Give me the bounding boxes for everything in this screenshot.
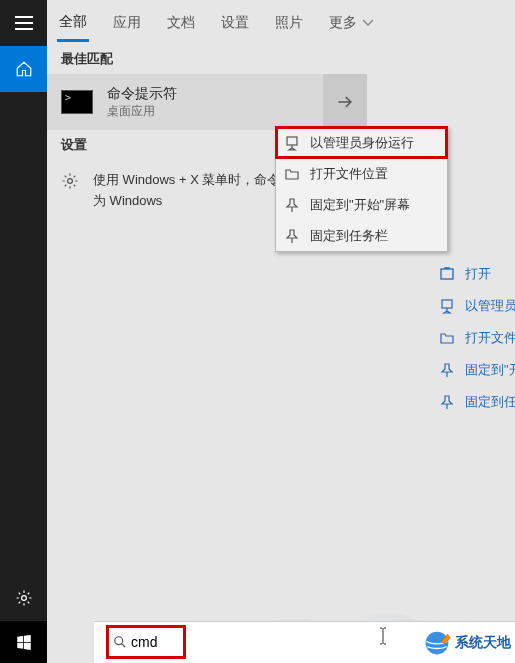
tab-more[interactable]: 更多 [327, 4, 377, 40]
detail-open-location-label: 打开文件位置 [465, 329, 515, 347]
best-match-text: 命令提示符 桌面应用 [107, 85, 177, 120]
pin-taskbar-icon [284, 228, 300, 244]
detail-run-admin-label: 以管理员身份运 [465, 297, 515, 315]
tab-apps[interactable]: 应用 [111, 4, 143, 40]
folder-icon [284, 166, 300, 182]
svg-rect-2 [441, 269, 453, 279]
windows-icon [15, 633, 33, 651]
best-match-item[interactable]: 命令提示符 桌面应用 [47, 74, 367, 130]
svg-point-4 [115, 637, 123, 645]
detail-open[interactable]: 打开 [427, 258, 515, 290]
ctx-open-location-label: 打开文件位置 [310, 165, 388, 183]
settings-button[interactable] [0, 575, 47, 621]
ctx-pin-taskbar-label: 固定到任务栏 [310, 227, 388, 245]
best-match-subtitle: 桌面应用 [107, 103, 177, 120]
detail-open-location[interactable]: 打开文件位置 [427, 322, 515, 354]
folder-icon [439, 330, 455, 346]
context-menu: 以管理员身份运行 打开文件位置 固定到"开始"屏幕 固定到任务栏 [275, 126, 448, 252]
svg-point-0 [21, 596, 26, 601]
ctx-pin-taskbar[interactable]: 固定到任务栏 [276, 220, 447, 251]
pin-taskbar-icon [439, 394, 455, 410]
watermark-logo: 系统天地 [423, 629, 511, 657]
filter-tabs: 全部 应用 文档 设置 照片 更多 [47, 0, 515, 44]
svg-point-1 [68, 179, 73, 184]
best-match-title: 命令提示符 [107, 85, 177, 103]
detail-run-admin[interactable]: 以管理员身份运 [427, 290, 515, 322]
ctx-run-admin-label: 以管理员身份运行 [310, 134, 414, 152]
globe-icon [423, 629, 451, 657]
detail-open-label: 打开 [465, 265, 491, 283]
ctx-open-location[interactable]: 打开文件位置 [276, 158, 447, 189]
open-icon [439, 266, 455, 282]
search-box[interactable] [106, 625, 186, 659]
ctx-run-admin[interactable]: 以管理员身份运行 [276, 127, 447, 158]
tab-more-label: 更多 [329, 14, 357, 32]
chevron-down-icon [361, 18, 375, 28]
search-icon [113, 635, 127, 649]
cmd-icon [61, 90, 93, 114]
svg-rect-5 [287, 137, 297, 145]
arrow-right-icon [335, 92, 355, 112]
tab-all[interactable]: 全部 [57, 3, 89, 42]
detail-pin-taskbar[interactable]: 固定到任务栏 [427, 386, 515, 418]
gear-icon [61, 172, 79, 190]
svg-rect-3 [442, 300, 452, 308]
windows-start-button[interactable] [0, 621, 47, 663]
detail-pin-start[interactable]: 固定到"开始"屏 [427, 354, 515, 386]
hamburger-icon [15, 16, 33, 30]
tab-photos[interactable]: 照片 [273, 4, 305, 40]
best-match-header: 最佳匹配 [47, 44, 367, 74]
text-cursor-icon [378, 627, 388, 645]
ctx-pin-start[interactable]: 固定到"开始"屏幕 [276, 189, 447, 220]
pin-start-icon [284, 197, 300, 213]
admin-icon [439, 298, 455, 314]
tab-docs[interactable]: 文档 [165, 4, 197, 40]
pin-start-icon [439, 362, 455, 378]
gear-icon [15, 589, 33, 607]
search-input[interactable] [131, 634, 179, 650]
ctx-pin-start-label: 固定到"开始"屏幕 [310, 196, 410, 214]
watermark-text: 系统天地 [455, 634, 511, 652]
search-panel: 全部 应用 文档 设置 照片 更多 最佳匹配 命令提示符 桌面应用 [47, 0, 515, 663]
tab-settings[interactable]: 设置 [219, 4, 251, 40]
start-sidebar [0, 0, 47, 663]
home-icon [15, 60, 33, 78]
detail-pin-start-label: 固定到"开始"屏 [465, 361, 515, 379]
expand-button[interactable] [323, 74, 367, 130]
home-button[interactable] [0, 46, 47, 92]
detail-pin-taskbar-label: 固定到任务栏 [465, 393, 515, 411]
admin-icon [284, 135, 300, 151]
hamburger-button[interactable] [0, 0, 47, 46]
